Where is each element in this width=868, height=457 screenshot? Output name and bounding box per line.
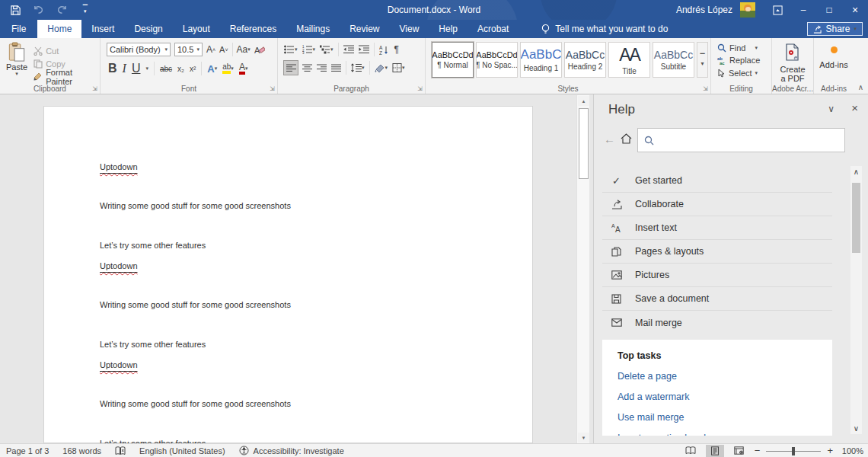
increase-indent-button[interactable] — [359, 43, 369, 56]
font-family-combo[interactable]: Calibri (Body)▾ — [107, 43, 171, 56]
tab-view[interactable]: View — [390, 20, 429, 38]
help-item-get-started[interactable]: ✓ Get started — [602, 169, 832, 193]
help-item-mail-merge[interactable]: Mail merge — [602, 311, 832, 334]
link-add-a-watermark[interactable]: Add a watermark — [617, 391, 817, 402]
sort-button[interactable]: AZ — [379, 43, 390, 56]
account-name[interactable]: Andrés López — [676, 5, 732, 15]
tab-references[interactable]: References — [220, 20, 286, 38]
help-back-icon[interactable]: ← — [604, 133, 615, 145]
link-insert-section-break[interactable]: Insert a section break — [617, 433, 817, 436]
justify-button[interactable] — [331, 61, 341, 75]
underline-dropdown-icon[interactable]: ▾ — [145, 66, 148, 71]
document-page[interactable]: Uptodown Writing some good stuff for som… — [43, 106, 533, 443]
maximize-button[interactable]: □ — [816, 0, 842, 20]
tell-me-box[interactable]: Tell me what you want to do — [541, 20, 668, 38]
strikethrough-button[interactable]: abc — [160, 62, 172, 75]
help-item-save-document[interactable]: Save a document — [602, 287, 832, 311]
zoom-in-icon[interactable]: + — [827, 445, 833, 456]
accessibility-status[interactable]: Accessibility: Investigate — [239, 446, 344, 455]
account-avatar[interactable] — [740, 2, 755, 18]
create-pdf-button[interactable]: Create a PDF — [772, 38, 813, 83]
grow-font-button[interactable]: A˄ — [206, 43, 215, 56]
underline-button[interactable]: U — [132, 62, 141, 75]
web-layout-icon[interactable] — [730, 445, 748, 457]
scrollbar-thumb[interactable] — [579, 108, 589, 179]
clear-formatting-button[interactable]: A — [254, 43, 265, 56]
select-button[interactable]: Select ▾ — [711, 64, 771, 77]
text-effects-button[interactable]: A▾ — [207, 62, 217, 75]
borders-button[interactable]: ▾ — [392, 61, 405, 75]
word-count[interactable]: 168 words — [62, 446, 101, 455]
zoom-percentage[interactable]: 100% — [839, 446, 863, 455]
styles-gallery-more-button[interactable]: ▔▾ — [697, 42, 708, 78]
tab-file[interactable]: File — [0, 20, 37, 38]
cut-button[interactable]: Cut — [34, 44, 97, 57]
style-no-spacing[interactable]: AaBbCcDd ¶ No Spac... — [476, 42, 518, 78]
document-scrollbar[interactable]: ▲ ▼ — [576, 95, 589, 443]
zoom-out-icon[interactable]: − — [755, 445, 761, 456]
help-pane-menu-icon[interactable]: ∨ — [828, 104, 834, 114]
scroll-up-icon[interactable]: ∧ — [850, 168, 862, 176]
zoom-slider-thumb[interactable] — [792, 447, 795, 455]
help-item-pages-layouts[interactable]: Pages & layouts — [602, 240, 832, 264]
highlight-button[interactable]: ab▾ — [222, 62, 234, 75]
page-indicator[interactable]: Page 1 of 3 — [6, 446, 49, 455]
tab-acrobat[interactable]: Acrobat — [468, 20, 519, 38]
format-painter-button[interactable]: Format Painter — [34, 70, 97, 83]
help-item-collaborate[interactable]: Collaborate — [602, 193, 832, 216]
scroll-down-icon[interactable]: ∨ — [850, 424, 862, 433]
save-icon[interactable] — [9, 3, 22, 17]
style-heading2[interactable]: AaBbCc Heading 2 — [564, 42, 606, 78]
help-item-insert-text[interactable]: AA Insert text — [602, 216, 832, 240]
collapse-ribbon-icon[interactable]: ∧ — [858, 83, 863, 91]
share-button[interactable]: Share ▾ — [807, 22, 863, 36]
ribbon-display-options-icon[interactable] — [764, 0, 790, 20]
undo-icon[interactable] — [33, 3, 46, 17]
help-search-box[interactable] — [637, 128, 845, 152]
superscript-button[interactable]: x² — [190, 62, 196, 75]
minimize-button[interactable]: – — [790, 0, 816, 20]
align-center-button[interactable] — [302, 61, 312, 75]
tab-help[interactable]: Help — [429, 20, 468, 38]
shading-button[interactable]: ▾ — [375, 61, 388, 75]
style-heading1[interactable]: AaBbC Heading 1 — [520, 42, 562, 78]
align-left-button[interactable] — [284, 61, 298, 75]
style-normal[interactable]: AaBbCcDd ¶ Normal — [432, 42, 474, 78]
proofing-error-icon[interactable] — [115, 446, 126, 455]
style-subtitle[interactable]: AaBbCc Subtitle — [653, 42, 694, 78]
tab-design[interactable]: Design — [124, 20, 172, 38]
font-size-combo[interactable]: 10.5▾ — [174, 43, 203, 56]
tab-layout[interactable]: Layout — [173, 20, 220, 38]
link-use-mail-merge[interactable]: Use mail merge — [617, 412, 817, 423]
italic-button[interactable]: I — [123, 62, 126, 75]
numbering-button[interactable]: 123▾ — [302, 43, 316, 56]
scroll-down-icon[interactable]: ▼ — [578, 433, 589, 443]
print-layout-icon[interactable] — [706, 445, 724, 457]
replace-button[interactable]: abac Replace — [711, 51, 771, 64]
decrease-indent-button[interactable] — [343, 43, 354, 56]
tab-mailings[interactable]: Mailings — [286, 20, 340, 38]
help-search-input[interactable] — [659, 135, 826, 145]
tab-insert[interactable]: Insert — [81, 20, 124, 38]
style-title[interactable]: AA Title — [608, 42, 650, 78]
help-home-icon[interactable] — [621, 133, 632, 144]
close-button[interactable]: × — [842, 0, 868, 20]
help-scrollbar[interactable]: ∧ ∨ — [850, 166, 862, 434]
shrink-font-button[interactable]: A˅ — [219, 43, 228, 56]
read-mode-icon[interactable] — [681, 445, 700, 457]
paste-button[interactable]: Paste ▾ — [6, 42, 27, 83]
tab-review[interactable]: Review — [340, 20, 389, 38]
align-right-button[interactable] — [317, 61, 327, 75]
addins-button[interactable]: Add-ins — [814, 38, 854, 69]
link-delete-a-page[interactable]: Delete a page — [617, 371, 817, 382]
tab-home[interactable]: Home — [37, 20, 81, 38]
font-color-button[interactable]: A▾ — [239, 62, 248, 75]
customize-qat-icon[interactable]: ▔▾ — [79, 3, 92, 17]
scroll-up-icon[interactable]: ▲ — [578, 96, 589, 106]
multilevel-list-button[interactable]: ▾ — [320, 43, 333, 56]
line-spacing-button[interactable]: ▾ — [351, 61, 365, 75]
subscript-button[interactable]: x₂ — [177, 62, 184, 75]
help-pane-close-icon[interactable]: × — [851, 101, 858, 114]
bold-button[interactable]: B — [108, 62, 117, 75]
show-marks-button[interactable]: ¶ — [394, 43, 399, 56]
